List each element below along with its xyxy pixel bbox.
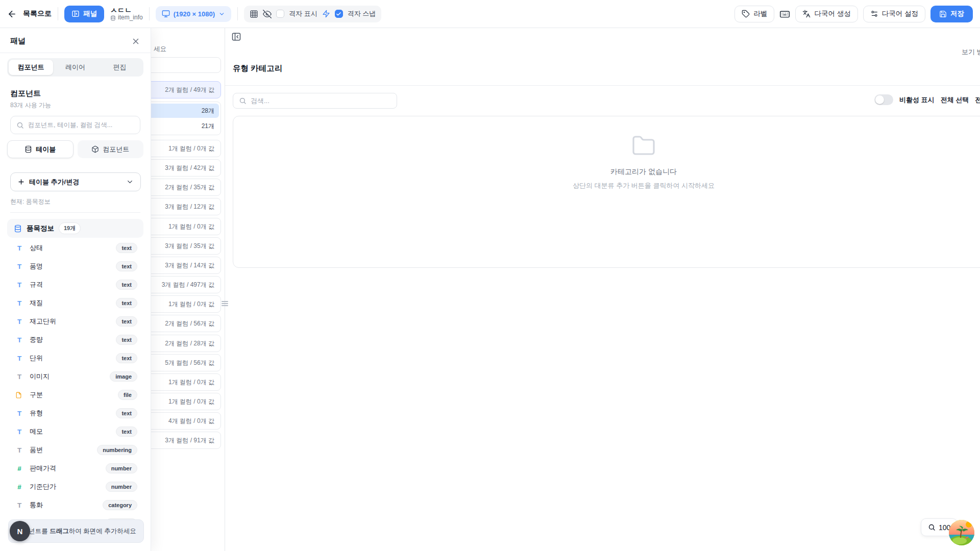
panel-icon xyxy=(71,10,80,18)
view-mode-label[interactable]: 보기 방식 xyxy=(962,47,980,57)
field-type-badge: image xyxy=(110,371,137,382)
field-type-icon: T xyxy=(15,428,23,436)
field-row[interactable]: 구분file xyxy=(0,386,151,404)
field-row[interactable]: T중량text xyxy=(0,331,151,349)
chevron-down-icon xyxy=(126,178,134,186)
database-icon xyxy=(110,15,116,21)
grid-settings-group: 격자 표시 격자 스냅 xyxy=(244,6,381,22)
category-search-input[interactable]: 검색... xyxy=(233,93,397,109)
field-name: 규격 xyxy=(30,280,43,289)
close-icon[interactable] xyxy=(131,37,140,46)
main-canvas: 보기 방식 유형 카테고리 검색... 비활성 표시 전체 선택 전 카테고리가… xyxy=(225,28,980,551)
inactive-toggle-label: 비활성 표시 xyxy=(899,95,935,105)
field-name: 기준단가 xyxy=(30,482,56,491)
i18n-settings-button[interactable]: 다국어 설정 xyxy=(863,6,925,22)
field-count-badge: 19개 xyxy=(59,222,81,234)
field-row[interactable]: T재고단위text xyxy=(0,312,151,331)
field-row[interactable]: #판매가격number xyxy=(0,459,151,478)
tag-icon xyxy=(742,10,750,18)
tab-edit[interactable]: 편집 xyxy=(97,60,142,75)
divider xyxy=(149,7,150,20)
tab-components[interactable]: 컴포넌트 xyxy=(9,60,53,75)
monitor-icon xyxy=(162,10,170,18)
field-row[interactable]: T메모text xyxy=(0,422,151,441)
field-type-badge: text xyxy=(116,335,137,345)
collaborator-cursor-avatar: N xyxy=(10,521,30,541)
add-table-button[interactable]: 테이블 추가/변경 xyxy=(10,172,141,191)
field-row[interactable]: T품명text xyxy=(0,257,151,276)
chevron-down-icon xyxy=(218,11,225,17)
collapse-sidebar-icon[interactable] xyxy=(231,32,241,42)
field-row[interactable]: T재질text xyxy=(0,294,151,312)
mode-table-button[interactable]: 테이블 xyxy=(7,140,74,158)
grid-icon[interactable] xyxy=(250,10,258,18)
divider xyxy=(225,85,980,86)
display-size-selector[interactable]: (980 × 551) xyxy=(156,6,231,22)
components-heading: 컴포넌트 xyxy=(10,89,140,98)
field-type-badge: text xyxy=(116,353,137,363)
cube-icon xyxy=(91,145,99,153)
panel-toggle-button[interactable]: 패널 xyxy=(64,6,104,22)
deselect-truncated-button[interactable]: 전 xyxy=(975,95,980,105)
inactive-toggle[interactable] xyxy=(874,94,893,105)
database-icon xyxy=(14,224,22,233)
field-name: 품번 xyxy=(30,445,43,455)
field-row[interactable]: T규격text xyxy=(0,276,151,294)
field-row[interactable]: #기준단가number xyxy=(0,478,151,496)
field-name: 메모 xyxy=(30,427,43,436)
field-name: 구분 xyxy=(30,390,43,399)
table-group-header[interactable]: 품목정보 19개 xyxy=(7,219,143,238)
island-avatar xyxy=(948,519,975,546)
resize-grip-handle[interactable] xyxy=(222,299,228,308)
eye-off-icon[interactable] xyxy=(263,10,272,18)
field-row[interactable]: T상태text xyxy=(0,239,151,257)
field-type-icon: T xyxy=(15,336,23,344)
back-arrow-icon[interactable] xyxy=(7,9,17,19)
field-row[interactable]: T유형text xyxy=(0,404,151,422)
label-button[interactable]: 라벨 xyxy=(734,6,774,22)
save-button[interactable]: 저장 xyxy=(930,6,973,22)
field-type-icon: # xyxy=(15,483,23,491)
select-all-button[interactable]: 전체 선택 xyxy=(941,95,969,105)
field-name: 재고단위 xyxy=(30,317,56,326)
field-type-badge: number xyxy=(106,463,137,473)
mode-component-button[interactable]: 컴포넌트 xyxy=(78,140,144,158)
search-icon xyxy=(239,97,247,105)
document-title-block: ㅅㄷㄴ item_info xyxy=(110,6,143,21)
field-type-icon: T xyxy=(15,299,23,307)
field-type-badge: category xyxy=(103,500,137,510)
tab-layers[interactable]: 레이어 xyxy=(53,60,97,75)
languages-icon xyxy=(802,10,811,18)
zap-icon[interactable] xyxy=(322,10,330,18)
field-name: 이미지 xyxy=(30,372,50,381)
i18n-generate-button[interactable]: 다국어 생성 xyxy=(795,6,857,22)
page-title: ㅅㄷㄴ xyxy=(110,6,143,14)
field-row[interactable]: T품번numbering xyxy=(0,441,151,459)
field-name: 중량 xyxy=(30,335,43,344)
grid-snap-checkbox[interactable] xyxy=(335,10,343,18)
back-to-list-label[interactable]: 목록으로 xyxy=(23,9,52,18)
section-title: 유형 카테고리 xyxy=(233,63,282,74)
panel-title: 패널 xyxy=(10,36,26,46)
field-name: 단위 xyxy=(30,354,43,363)
field-type-icon: T xyxy=(15,410,23,417)
empty-state-title: 카테고리가 없습니다 xyxy=(610,167,677,177)
field-type-badge: text xyxy=(116,298,137,308)
field-type-icon: T xyxy=(15,373,23,381)
panel-search-input[interactable]: 컴포넌트, 테이블, 컬럼 검색... xyxy=(10,116,140,134)
field-row[interactable]: T단위text xyxy=(0,349,151,367)
field-type-icon: T xyxy=(15,318,23,325)
field-row[interactable]: T통화category xyxy=(0,496,151,514)
field-type-icon: T xyxy=(15,263,23,270)
magnifier-icon xyxy=(928,523,936,531)
field-row[interactable]: T이미지image xyxy=(0,367,151,386)
keyboard-icon[interactable] xyxy=(779,9,790,19)
grid-show-label: 격자 표시 xyxy=(289,9,317,18)
field-type-icon: T xyxy=(15,446,23,454)
display-size-value: (980 × 551) xyxy=(174,10,215,18)
database-icon xyxy=(24,145,32,153)
field-type-badge: text xyxy=(116,243,137,253)
settings-sliders-icon xyxy=(870,10,878,18)
grid-show-checkbox[interactable] xyxy=(276,10,284,18)
field-type-icon: T xyxy=(15,244,23,252)
